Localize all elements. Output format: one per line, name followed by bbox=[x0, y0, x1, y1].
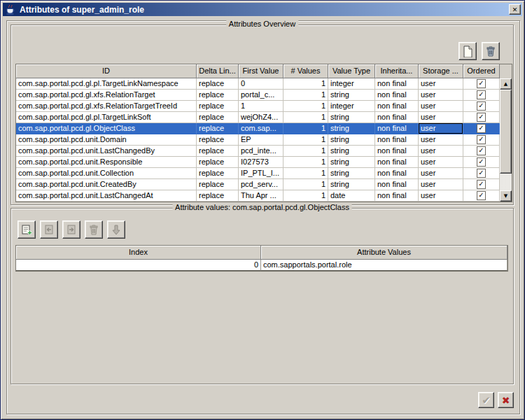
cell-value-type: integer bbox=[328, 78, 375, 90]
scrollbar-thumb[interactable] bbox=[500, 90, 512, 174]
cell-value-type: string bbox=[328, 157, 375, 168]
new-document-icon bbox=[461, 45, 474, 57]
ordered-checkbox[interactable]: ✓ bbox=[477, 79, 486, 88]
table-row[interactable]: com.sap.portal.pcd.unit.Responsiblerepla… bbox=[16, 157, 512, 168]
delete-attribute-button[interactable] bbox=[482, 42, 500, 60]
table-row[interactable]: com.sap.portal.pcd.unit.LastChangedByrep… bbox=[16, 146, 512, 157]
cell-id: com.sap.portal.pcd.gl.ObjectClass bbox=[16, 123, 197, 134]
table-row[interactable]: com.sap.portal.pcd.gl.ObjectClassreplace… bbox=[16, 123, 512, 134]
cell-num-values: 1 bbox=[284, 179, 328, 190]
title-bar[interactable]: Attributes of super_admin_role ✕ bbox=[3, 3, 522, 16]
table-row[interactable]: com.sap.portal.pcd.gl.pl.TargetLinkNames… bbox=[16, 78, 512, 90]
cell-delta-link: replace bbox=[197, 157, 239, 168]
check-icon: ✓ bbox=[478, 136, 484, 143]
cell-first-value: pcd_inte... bbox=[239, 146, 284, 157]
table-row[interactable]: com.sap.portal.pcd.unit.CreatedByreplace… bbox=[16, 179, 512, 190]
table-row[interactable]: com.sap.portal.pcd.unit.Collectionreplac… bbox=[16, 168, 512, 179]
values-row[interactable]: 0com.sapportals.portal.role bbox=[16, 260, 507, 271]
cell-ordered: ✓ bbox=[463, 112, 500, 123]
cell-delta-link: replace bbox=[197, 190, 239, 202]
cell-storage: user bbox=[419, 78, 463, 90]
cell-num-values: 1 bbox=[284, 112, 328, 123]
cell-num-values: 1 bbox=[284, 101, 328, 112]
cell-id: com.sap.portal.pcd.gl.pl.TargetLinkSoft bbox=[16, 112, 197, 123]
scroll-down-button[interactable]: ▼ bbox=[500, 190, 512, 202]
cell-id: com.sap.portal.pcd.gl.xfs.RelationTarget… bbox=[16, 101, 197, 112]
scrollbar-track[interactable] bbox=[500, 90, 512, 190]
cell-value-type: string bbox=[328, 146, 375, 157]
move-value-down-button bbox=[107, 220, 125, 239]
document-arrow-right-icon bbox=[65, 223, 78, 236]
cell-delta-link: replace bbox=[197, 134, 239, 146]
column-header-attribute-values[interactable]: Attribute Values bbox=[261, 246, 507, 260]
ordered-checkbox[interactable]: ✓ bbox=[477, 102, 486, 111]
cell-num-values: 1 bbox=[284, 78, 328, 90]
cell-inheritance: non final bbox=[375, 78, 419, 90]
column-header-inheritance[interactable]: Inherita... bbox=[375, 64, 419, 78]
table-row[interactable]: com.sap.portal.pcd.gl.xfs.RelationTarget… bbox=[16, 90, 512, 101]
ordered-checkbox[interactable]: ✓ bbox=[477, 135, 486, 144]
column-header-ordered[interactable]: Ordered bbox=[463, 64, 500, 78]
column-header-num-values[interactable]: # Values bbox=[284, 64, 328, 78]
cell-first-value: 0 bbox=[239, 78, 284, 90]
check-icon: ✓ bbox=[478, 113, 484, 120]
column-header-index[interactable]: Index bbox=[16, 246, 261, 260]
cell-index: 0 bbox=[16, 260, 261, 271]
document-arrow-left-icon bbox=[43, 223, 55, 236]
cell-storage: user bbox=[419, 157, 463, 168]
cell-first-value: com.sap... bbox=[239, 123, 284, 134]
cell-value-type: string bbox=[328, 112, 375, 123]
cell-storage: user bbox=[419, 112, 463, 123]
cancel-x-icon: ✖ bbox=[502, 395, 510, 406]
cell-inheritance: non final bbox=[375, 112, 419, 123]
table-row[interactable]: com.sap.portal.pcd.unit.DomainreplaceEP1… bbox=[16, 134, 512, 146]
table-row[interactable]: com.sap.portal.pcd.gl.pl.TargetLinkSoftr… bbox=[16, 112, 512, 123]
cell-value-type: integer bbox=[328, 101, 375, 112]
table-row[interactable]: com.sap.portal.pcd.unit.LastChangedAtrep… bbox=[16, 190, 512, 202]
column-header-id[interactable]: ID bbox=[16, 64, 197, 78]
ordered-checkbox[interactable]: ✓ bbox=[477, 124, 486, 133]
table-row[interactable]: com.sap.portal.pcd.gl.xfs.RelationTarget… bbox=[16, 101, 512, 112]
close-button[interactable]: ✕ bbox=[509, 4, 521, 15]
ordered-checkbox[interactable]: ✓ bbox=[477, 158, 486, 167]
cell-num-values: 1 bbox=[284, 90, 328, 101]
ordered-checkbox[interactable]: ✓ bbox=[477, 191, 486, 200]
ordered-checkbox[interactable]: ✓ bbox=[477, 90, 486, 99]
column-header-storage[interactable]: Storage ... bbox=[419, 64, 463, 78]
cancel-button[interactable]: ✖ bbox=[498, 392, 514, 408]
cell-ordered: ✓ bbox=[463, 157, 500, 168]
check-icon: ✓ bbox=[478, 192, 484, 199]
vertical-scrollbar[interactable]: ▲ ▼ bbox=[500, 78, 512, 202]
scroll-up-button[interactable]: ▲ bbox=[500, 78, 512, 90]
column-header-first-value[interactable]: First Value bbox=[239, 64, 284, 78]
new-attribute-button[interactable] bbox=[458, 42, 477, 60]
add-value-button[interactable] bbox=[18, 220, 36, 239]
cell-inheritance: non final bbox=[375, 134, 419, 146]
cell-inheritance: non final bbox=[375, 168, 419, 179]
check-icon: ✓ bbox=[478, 125, 484, 132]
cell-delta-link: replace bbox=[197, 78, 239, 90]
ordered-checkbox[interactable]: ✓ bbox=[477, 180, 486, 189]
ordered-checkbox[interactable]: ✓ bbox=[477, 146, 486, 155]
close-icon: ✕ bbox=[512, 6, 518, 14]
check-icon: ✓ bbox=[478, 158, 484, 165]
cell-first-value: Thu Apr ... bbox=[239, 190, 284, 202]
cell-storage: user bbox=[419, 168, 463, 179]
column-header-delta-link[interactable]: Delta Lin... bbox=[197, 64, 239, 78]
cell-first-value: IP_PTL_I... bbox=[239, 168, 284, 179]
column-header-value-type[interactable]: Value Type bbox=[328, 64, 375, 78]
attribute-values-group: Attribute values: com.sap.portal.pcd.gl.… bbox=[10, 208, 514, 384]
trash-icon bbox=[484, 45, 497, 57]
trash-disabled-icon bbox=[88, 223, 100, 236]
ordered-checkbox[interactable]: ✓ bbox=[477, 113, 486, 122]
cell-id: com.sap.portal.pcd.unit.Responsible bbox=[16, 157, 197, 168]
cell-ordered: ✓ bbox=[463, 179, 500, 190]
values-table: IndexAttribute Values0com.sapportals.por… bbox=[15, 245, 508, 272]
cell-value-type: string bbox=[328, 168, 375, 179]
cell-inheritance: non final bbox=[375, 190, 419, 202]
cell-num-values: 1 bbox=[284, 157, 328, 168]
ordered-checkbox[interactable]: ✓ bbox=[477, 169, 486, 178]
attributes-overview-group: Attributes Overview bbox=[10, 24, 514, 205]
cell-id: com.sap.portal.pcd.unit.LastChangedBy bbox=[16, 146, 197, 157]
cell-ordered: ✓ bbox=[463, 134, 500, 146]
